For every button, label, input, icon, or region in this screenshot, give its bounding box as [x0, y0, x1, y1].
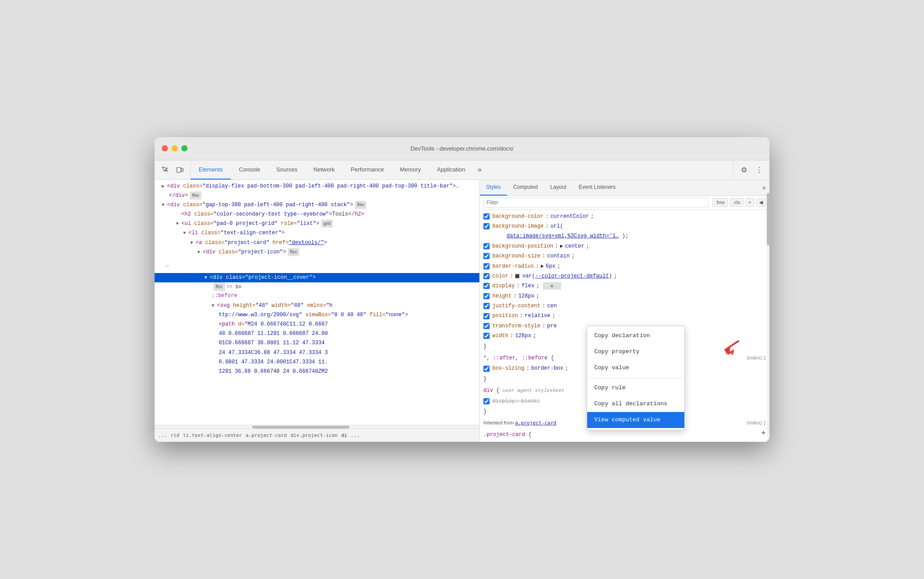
- dom-line[interactable]: 1201 36.88 0.666748 24 0.666748ZM2: [155, 367, 479, 376]
- breadcrumb-item[interactable]: rid: [171, 432, 180, 438]
- devtools-container: Elements Console Sources Network Perform…: [155, 160, 769, 442]
- dom-line[interactable]: ▶ <div class="display-flex pad-bottom-30…: [155, 182, 479, 191]
- css-prop-border-radius[interactable]: border-radius: ▶ 6px;: [480, 261, 769, 271]
- css-prop-background-image[interactable]: background-image: url(: [480, 221, 769, 231]
- styles-content[interactable]: background-color: currentColor; backgrou…: [480, 210, 769, 442]
- dom-line[interactable]: 01C0.666687 36.8801 11.12 47.3334: [155, 338, 479, 348]
- dom-line[interactable]: 48 0.666687 11.1201 0.666687 24.00: [155, 329, 479, 338]
- panel-tab-computed[interactable]: Computed: [507, 180, 544, 196]
- panel-tab-styles[interactable]: Styles: [480, 180, 507, 196]
- dom-scrollbar[interactable]: [155, 425, 479, 428]
- css-prop-checkbox[interactable]: [483, 293, 490, 299]
- css-prop-color[interactable]: color: var(--color-project-default);: [480, 271, 769, 281]
- styles-panel: Styles Computed Layout Event Listeners »…: [480, 180, 769, 442]
- dom-line[interactable]: ▼ <div class="gap-top-300 pad-left-400 p…: [155, 200, 479, 210]
- css-prop-background-color[interactable]: background-color: currentColor;: [480, 212, 769, 221]
- css-prop-checkbox[interactable]: [483, 333, 490, 339]
- dom-line[interactable]: ▼ <ul class="pad-0 project-grid" role="l…: [155, 219, 479, 228]
- filter-input[interactable]: [483, 198, 709, 208]
- device-toolbar-button[interactable]: [173, 163, 187, 176]
- css-prop-background-position[interactable]: background-position: ▶ center;: [480, 241, 769, 251]
- close-button[interactable]: [162, 145, 168, 151]
- tab-network[interactable]: Network: [306, 160, 343, 179]
- customize-button[interactable]: ⋮: [752, 163, 766, 176]
- breadcrumb-item[interactable]: ...: [158, 432, 167, 438]
- tab-console[interactable]: Console: [231, 160, 268, 179]
- tab-performance[interactable]: Performance: [343, 160, 392, 179]
- dom-line[interactable]: 6.8801 47.3334 24.0001C47.3334 11.: [155, 358, 479, 367]
- context-menu-copy-declaration[interactable]: Copy declaration: [587, 328, 684, 344]
- settings-button[interactable]: ⚙: [737, 163, 751, 176]
- css-prop-checkbox[interactable]: [483, 253, 490, 259]
- dom-panel: ▶ <div class="display-flex pad-bottom-30…: [155, 180, 480, 442]
- tab-application[interactable]: Application: [429, 160, 474, 179]
- dom-line: flex == $0: [155, 282, 479, 292]
- tab-sources[interactable]: Sources: [268, 160, 306, 179]
- css-prop-justify-content[interactable]: justify-content: cen: [480, 301, 769, 311]
- css-prop-checkbox[interactable]: [483, 213, 490, 220]
- css-prop-checkbox[interactable]: [483, 223, 490, 229]
- devtools-window: DevTools - developer.chrome.com/docs/: [155, 137, 769, 442]
- dom-line[interactable]: <path d="M24 0.666748C11.12 0.6667: [155, 320, 479, 329]
- css-prop-checkbox[interactable]: [483, 323, 490, 329]
- dom-line[interactable]: ▼ <li class="text-align-center">: [155, 228, 479, 238]
- breadcrumb-more[interactable]: ...: [351, 432, 360, 438]
- inherited-link[interactable]: a.project-card: [515, 420, 556, 426]
- maximize-button[interactable]: [181, 145, 188, 151]
- svg-rect-1: [181, 168, 183, 171]
- dom-line[interactable]: ▼ <a class="project-card" href="devtools…: [155, 238, 479, 248]
- dom-dots[interactable]: …: [155, 257, 479, 273]
- css-prop-checkbox[interactable]: [483, 398, 490, 404]
- context-menu-copy-all-declarations[interactable]: Copy all declarations: [587, 396, 684, 412]
- css-prop-display[interactable]: display: flex; ⊞: [480, 281, 769, 291]
- css-prop-checkbox[interactable]: [483, 263, 490, 269]
- css-prop-checkbox[interactable]: [483, 313, 490, 319]
- css-prop-background-image-val: data:image/svg+xml,%3Csvg_width='1… );: [480, 231, 769, 241]
- add-style-button[interactable]: +: [761, 427, 766, 440]
- css-prop-checkbox[interactable]: [483, 366, 490, 372]
- tab-memory[interactable]: Memory: [392, 160, 429, 179]
- dom-line[interactable]: ▼ <svg height="48" width="48" xmlns="h: [155, 301, 479, 310]
- panel-tab-event-listeners[interactable]: Event Listeners: [572, 180, 622, 196]
- css-prop-position[interactable]: position: relative;: [480, 311, 769, 321]
- css-project-card-rule: .project-card {: [480, 429, 769, 440]
- dom-line[interactable]: ▼ <div class="project-icon"> flex: [155, 248, 479, 257]
- css-prop-checkbox[interactable]: [483, 273, 490, 279]
- css-prop-checkbox[interactable]: [483, 243, 490, 249]
- css-prop-height[interactable]: height: 128px;: [480, 291, 769, 301]
- breadcrumb-item[interactable]: div.project-icon: [290, 432, 338, 438]
- dom-scrollbar-thumb[interactable]: [252, 426, 350, 428]
- context-menu-copy-value[interactable]: Copy value: [587, 360, 684, 376]
- dom-line[interactable]: ttp://www.w3.org/2000/svg" viewBox="0 0 …: [155, 310, 479, 320]
- dom-line-before[interactable]: ::before: [155, 291, 479, 301]
- context-menu-copy-property[interactable]: Copy property: [587, 344, 684, 360]
- breadcrumb-item-current[interactable]: di: [341, 432, 347, 438]
- panel-tabs: Styles Computed Layout Event Listeners »: [480, 180, 769, 196]
- cls-button[interactable]: .cls: [730, 198, 744, 207]
- breadcrumb-item[interactable]: a.project-card: [245, 432, 287, 438]
- plus-button[interactable]: +: [745, 198, 754, 207]
- styles-scrollbar-thumb[interactable]: [767, 193, 769, 245]
- select-element-button[interactable]: [158, 163, 172, 176]
- back-button[interactable]: ◀: [756, 198, 766, 207]
- panel-tab-layout[interactable]: Layout: [544, 180, 572, 196]
- dom-line[interactable]: 24 47.3334C36.88 47.3334 47.3334 3: [155, 348, 479, 358]
- hov-button[interactable]: :hov: [712, 198, 728, 207]
- styles-scrollbar[interactable]: [767, 180, 769, 442]
- context-menu-view-computed[interactable]: View computed value: [587, 412, 684, 428]
- context-menu-copy-rule[interactable]: Copy rule: [587, 380, 684, 396]
- css-prop-checkbox[interactable]: [483, 303, 490, 309]
- dom-line[interactable]: </div>flex: [155, 191, 479, 200]
- breadcrumb-item[interactable]: li.text-align-center: [183, 432, 242, 438]
- more-tabs-button[interactable]: »: [473, 160, 486, 179]
- dom-line-selected[interactable]: ▼ <div class="project-icon__cover">: [155, 273, 479, 282]
- dom-line[interactable]: <h2 class="color-secondary-text type--ey…: [155, 210, 479, 219]
- tab-elements[interactable]: Elements: [191, 160, 231, 179]
- devtools-body: ▶ <div class="display-flex pad-bottom-30…: [155, 180, 769, 442]
- css-prop-checkbox[interactable]: [483, 283, 490, 289]
- tabs: Elements Console Sources Network Perform…: [191, 160, 733, 179]
- dom-content[interactable]: ▶ <div class="display-flex pad-bottom-30…: [155, 180, 479, 425]
- toolbar-icons: [155, 160, 191, 179]
- css-prop-background-size[interactable]: background-size: contain;: [480, 251, 769, 261]
- minimize-button[interactable]: [172, 145, 178, 151]
